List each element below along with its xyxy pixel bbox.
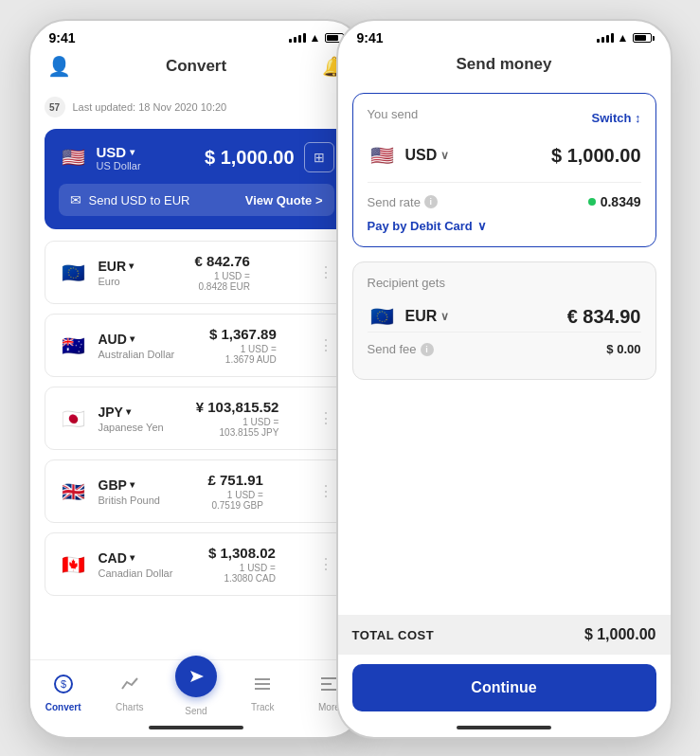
eur-code: EUR ▾ xyxy=(99,259,135,274)
main-card-top: 🇺🇸 USD ▾ US Dollar $ 1,000.00 ⊞ xyxy=(59,142,334,172)
nav-track[interactable]: Track xyxy=(229,674,296,712)
you-send-header: You send Switch ↕ xyxy=(368,107,641,129)
send-currency-row: 🇺🇸 USD ∨ $ 1,000.00 xyxy=(368,140,641,171)
aud-right: $ 1,367.89 1 USD =1.3679 AUD xyxy=(209,326,277,365)
calculator-icon[interactable]: ⊞ xyxy=(304,142,334,172)
cad-rate: 1 USD =1.3080 CAD xyxy=(224,563,275,584)
gbp-left: 🇬🇧 GBP ▾ British Pound xyxy=(59,477,160,507)
continue-button[interactable]: Continue xyxy=(352,664,656,711)
eur-left: 🇪🇺 EUR ▾ Euro xyxy=(59,258,135,288)
jpy-code: JPY ▾ xyxy=(99,405,164,420)
cad-amount: $ 1,308.02 xyxy=(208,545,276,561)
gbp-amount: £ 751.91 xyxy=(208,472,263,488)
gbp-code: GBP ▾ xyxy=(99,477,160,493)
fee-label: Send fee i xyxy=(368,342,434,356)
home-indicator-1 xyxy=(149,726,243,729)
send-amount: $ 1,000.00 xyxy=(551,145,641,167)
convert-content: 57 Last updated: 18 Nov 2020 10:20 🇺🇸 US… xyxy=(30,87,363,659)
gbp-rate: 1 USD =0.7519 GBP xyxy=(211,490,262,511)
send-usd-flag: 🇺🇸 xyxy=(368,140,398,171)
status-icons-1: ▲ xyxy=(289,31,344,45)
fee-info-icon[interactable]: i xyxy=(421,343,434,356)
bottom-nav-1: $ Convert Charts Send xyxy=(30,659,363,721)
receive-currency-chevron: ∨ xyxy=(440,310,449,323)
eur-rate: 1 USD =0.8428 EUR xyxy=(198,271,249,292)
send-paper-icon: ✉ xyxy=(70,192,81,207)
aud-rate: 1 USD =1.3679 AUD xyxy=(225,344,277,365)
nav-send[interactable]: Send xyxy=(163,670,229,716)
cad-menu-icon[interactable]: ⋮ xyxy=(318,555,333,573)
eur-right: € 842.76 1 USD =0.8428 EUR xyxy=(195,253,250,292)
track-nav-icon xyxy=(252,674,273,699)
eur-flag: 🇪🇺 xyxy=(59,258,89,288)
aud-amount: $ 1,367.89 xyxy=(209,326,277,342)
update-badge: 57 xyxy=(45,97,65,117)
status-bar-1: 9:41 ▲ xyxy=(30,21,363,50)
send-currency-code: USD ∨ xyxy=(405,147,450,164)
jpy-rate: 1 USD =103.8155 JPY xyxy=(220,417,279,438)
currency-list: 🇪🇺 EUR ▾ Euro € 842.76 1 USD =0.8428 EUR… xyxy=(45,241,349,596)
main-currency-chevron: ▾ xyxy=(130,147,135,157)
signal-icon-2 xyxy=(597,33,614,43)
status-bar-2: 9:41 ▲ xyxy=(338,21,671,50)
send-header: Send money xyxy=(338,50,671,83)
rate-row: Send rate i 0.8349 xyxy=(368,194,641,209)
main-currency-amount: $ 1,000.00 xyxy=(205,147,295,169)
recipient-section: Recipient gets 🇪🇺 EUR ∨ € 834.90 Send fe… xyxy=(352,261,656,380)
main-currency-card[interactable]: 🇺🇸 USD ▾ US Dollar $ 1,000.00 ⊞ xyxy=(45,129,349,229)
main-currency-info: USD ▾ US Dollar xyxy=(97,144,141,171)
total-value: $ 1,000.00 xyxy=(584,626,656,643)
send-title: Send money xyxy=(456,55,551,74)
jpy-menu-icon[interactable]: ⋮ xyxy=(318,409,333,427)
total-label: TOTAL COST xyxy=(352,628,435,642)
phone-convert: 9:41 ▲ 👤 Convert 🔔 57 Las xyxy=(28,19,365,739)
switch-button[interactable]: Switch ↕ xyxy=(591,111,640,125)
cad-flag: 🇨🇦 xyxy=(59,549,89,580)
send-content: You send Switch ↕ 🇺🇸 USD ∨ $ 1,000.00 xyxy=(338,83,671,615)
send-nav-btn[interactable] xyxy=(175,656,217,697)
eur-name: Euro xyxy=(99,276,135,287)
aud-menu-icon[interactable]: ⋮ xyxy=(318,336,333,354)
rate-value: 0.8349 xyxy=(588,194,641,209)
convert-nav-label: Convert xyxy=(45,702,81,712)
signal-icon xyxy=(289,33,306,43)
currency-item-aud[interactable]: 🇦🇺 AUD ▾ Australian Dollar $ 1,367.89 1 … xyxy=(45,314,349,377)
currency-item-jpy[interactable]: 🇯🇵 JPY ▾ Japanese Yen ¥ 103,815.52 1 USD… xyxy=(45,387,349,450)
you-send-label: You send xyxy=(368,107,419,121)
profile-icon[interactable]: 👤 xyxy=(47,55,71,78)
jpy-name: Japanese Yen xyxy=(99,422,164,433)
currency-item-cad[interactable]: 🇨🇦 CAD ▾ Canadian Dollar $ 1,308.02 1 US… xyxy=(45,532,349,596)
pay-chevron: ∨ xyxy=(477,219,487,233)
main-currency-code: USD ▾ xyxy=(97,144,141,160)
app-container: 9:41 ▲ 👤 Convert 🔔 57 Las xyxy=(9,0,691,756)
home-indicator-2 xyxy=(457,726,551,729)
view-quote-btn[interactable]: View Quote > xyxy=(245,193,323,207)
eur-menu-icon[interactable]: ⋮ xyxy=(318,263,333,281)
send-bar[interactable]: ✉ Send USD to EUR View Quote > xyxy=(59,184,334,216)
recipient-label: Recipient gets xyxy=(368,276,641,290)
currency-item-gbp[interactable]: 🇬🇧 GBP ▾ British Pound £ 751.91 1 USD =0… xyxy=(45,459,349,523)
status-icons-2: ▲ xyxy=(597,31,652,45)
jpy-right: ¥ 103,815.52 1 USD =103.8155 JPY xyxy=(196,399,279,438)
nav-charts[interactable]: Charts xyxy=(97,674,163,712)
send-currency-selector[interactable]: 🇺🇸 USD ∨ xyxy=(368,140,450,171)
nav-convert[interactable]: $ Convert xyxy=(30,674,97,712)
time-1: 9:41 xyxy=(49,30,76,45)
rate-dot xyxy=(588,198,596,206)
currency-item-eur[interactable]: 🇪🇺 EUR ▾ Euro € 842.76 1 USD =0.8428 EUR… xyxy=(45,241,349,304)
receive-currency-selector[interactable]: 🇪🇺 EUR ∨ xyxy=(368,301,450,332)
convert-title: Convert xyxy=(71,57,322,76)
receive-currency-row: 🇪🇺 EUR ∨ € 834.90 xyxy=(368,301,641,332)
svg-text:$: $ xyxy=(61,678,66,690)
cad-code: CAD ▾ xyxy=(99,550,173,566)
gbp-menu-icon[interactable]: ⋮ xyxy=(318,482,333,500)
eur-amount: € 842.76 xyxy=(195,253,250,269)
main-currency-selector[interactable]: 🇺🇸 USD ▾ US Dollar xyxy=(59,142,141,172)
send-currency-chevron: ∨ xyxy=(440,149,449,162)
total-cost-row: TOTAL COST $ 1,000.00 xyxy=(338,615,671,655)
rate-info-icon[interactable]: i xyxy=(424,195,438,208)
aud-flag: 🇦🇺 xyxy=(59,331,89,361)
receive-currency-code: EUR ∨ xyxy=(405,308,450,325)
aud-name: Australian Dollar xyxy=(99,349,175,360)
pay-method-selector[interactable]: Pay by Debit Card ∨ xyxy=(368,219,641,233)
